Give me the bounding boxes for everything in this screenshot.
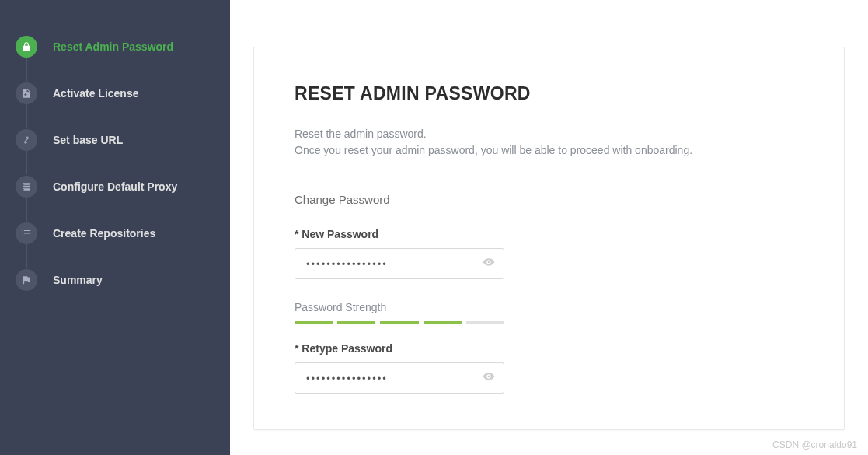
strength-bar	[380, 321, 418, 324]
doc-plus-icon	[16, 82, 37, 104]
lock-icon	[16, 36, 37, 58]
sidebar-item-label: Configure Default Proxy	[53, 180, 177, 193]
sidebar-item-configure-proxy[interactable]: Configure Default Proxy	[0, 163, 230, 210]
new-password-wrap	[295, 248, 504, 279]
page-title: RESET ADMIN PASSWORD	[295, 83, 804, 104]
sidebar-item-activate-license[interactable]: Activate License	[0, 70, 230, 117]
eye-icon[interactable]	[483, 256, 495, 271]
strength-label: Password Strength	[295, 301, 804, 313]
strength-bars	[295, 321, 504, 324]
password-strength: Password Strength	[295, 301, 804, 324]
sidebar-item-label: Set base URL	[53, 134, 123, 146]
retype-password-label: * Retype Password	[295, 342, 804, 355]
sidebar-item-label: Summary	[53, 274, 103, 286]
sidebar-item-reset-password[interactable]: Reset Admin Password	[0, 23, 230, 70]
server-icon	[16, 176, 37, 198]
retype-password-input[interactable]	[295, 362, 504, 394]
watermark: CSDN @cronaldo91	[772, 439, 857, 450]
sidebar-item-label: Reset Admin Password	[53, 40, 173, 53]
strength-bar	[337, 321, 375, 324]
new-password-input[interactable]	[295, 248, 504, 279]
retype-password-wrap	[295, 362, 504, 394]
eye-icon[interactable]	[483, 370, 495, 386]
section-title: Change Password	[295, 193, 804, 206]
sidebar-item-label: Create Repositories	[53, 227, 155, 240]
strength-bar	[424, 321, 462, 324]
link-icon	[16, 129, 37, 151]
flag-icon	[16, 269, 37, 291]
sidebar-item-set-base-url[interactable]: Set base URL	[0, 117, 230, 163]
list-icon	[16, 222, 37, 244]
page-description: Reset the admin password. Once you reset…	[295, 126, 804, 159]
sidebar-item-summary[interactable]: Summary	[0, 257, 230, 303]
main-content: RESET ADMIN PASSWORD Reset the admin pas…	[230, 0, 868, 455]
sidebar-item-label: Activate License	[53, 87, 139, 100]
sidebar: Reset Admin Password Activate License Se…	[0, 0, 230, 455]
new-password-label: * New Password	[295, 228, 804, 240]
sidebar-item-create-repositories[interactable]: Create Repositories	[0, 210, 230, 257]
strength-bar	[466, 321, 504, 324]
card: RESET ADMIN PASSWORD Reset the admin pas…	[253, 47, 845, 430]
strength-bar	[295, 321, 333, 324]
